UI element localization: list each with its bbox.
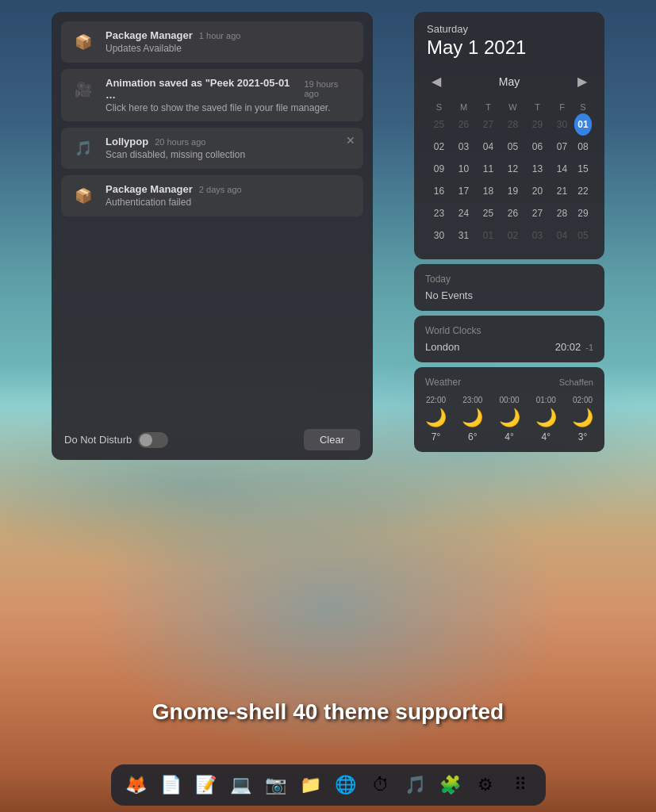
clock-icon[interactable]: ⏱: [365, 769, 397, 801]
filemanager-icon[interactable]: 📁: [295, 769, 327, 801]
browser-icon[interactable]: 🌐: [330, 769, 362, 801]
cal-day-header: S: [427, 101, 451, 113]
notif-message: Authentication failed: [105, 197, 354, 208]
calendar-day-cell[interactable]: 02: [427, 136, 451, 158]
calendar-day-cell[interactable]: 27: [476, 113, 501, 136]
notif-content: Package Manager 1 hour ago Updates Avail…: [105, 29, 354, 54]
calendar-day-cell[interactable]: 05: [501, 136, 525, 158]
calendar-day-cell[interactable]: 25: [476, 202, 501, 224]
notif-app-name: Animation saved as "Peek 2021-05-01 …: [105, 77, 297, 101]
notif-content: Lollypop 20 hours ago Scan disabled, mis…: [105, 136, 354, 160]
calendar-day-cell[interactable]: 16: [427, 180, 451, 202]
calendar-day-cell[interactable]: 03: [525, 224, 550, 247]
calendar-grid: ◀ May ▶ SMTWTFS 252627282930010203040506…: [427, 70, 592, 247]
calendar-day-cell[interactable]: 28: [550, 202, 574, 224]
calendar-day-cell[interactable]: 24: [451, 202, 476, 224]
dnd-toggle[interactable]: [138, 432, 168, 448]
cal-prev-button[interactable]: ◀: [427, 72, 446, 90]
notif-app-icon: 📦: [71, 29, 96, 55]
calendar-day-cell[interactable]: 11: [476, 158, 501, 180]
terminal-icon[interactable]: 💻: [225, 769, 257, 801]
calendar-day-cell[interactable]: 29: [574, 202, 592, 224]
weather-hour-time: 02:00: [573, 396, 593, 404]
calendar-day-cell[interactable]: 08: [574, 136, 592, 158]
apps-icon[interactable]: ⠿: [504, 769, 536, 801]
notif-header: Package Manager 2 days ago: [105, 183, 354, 195]
calendar-day-cell[interactable]: 02: [501, 224, 525, 247]
notif-app-icon: 📦: [71, 183, 96, 209]
cal-day-header: W: [501, 101, 525, 113]
calendar-day-cell[interactable]: 22: [574, 180, 592, 202]
calendar-day-cell[interactable]: 30: [427, 224, 451, 247]
weather-hour-temp: 4°: [542, 431, 551, 442]
notification-item[interactable]: 🎵 Lollypop 20 hours ago Scan disabled, m…: [61, 128, 363, 169]
weather-hour-icon: 🌙: [535, 408, 557, 428]
weather-hour-icon: 🌙: [572, 408, 593, 428]
cal-next-button[interactable]: ▶: [573, 72, 592, 90]
notif-app-icon: 🎵: [71, 136, 96, 161]
calendar-day-cell[interactable]: 21: [550, 180, 574, 202]
calendar-day-cell[interactable]: 05: [574, 224, 592, 247]
calendar-day-cell[interactable]: 26: [501, 202, 525, 224]
clock-time: 20:02 -1: [555, 341, 593, 353]
notif-time: 19 hours ago: [304, 79, 354, 98]
date-day: Saturday: [427, 23, 592, 35]
calendar-day-cell[interactable]: 18: [476, 180, 501, 202]
notif-close-button[interactable]: ✕: [346, 134, 355, 147]
calendar-day-cell[interactable]: 20: [525, 180, 550, 202]
calendar-day-cell[interactable]: 17: [451, 180, 476, 202]
notif-app-name: Lollypop: [105, 136, 148, 147]
settings-icon[interactable]: ⚙: [470, 769, 501, 801]
notif-message: Scan disabled, missing collection: [105, 149, 354, 160]
cal-day-header: S: [574, 101, 592, 113]
calendar-day-cell[interactable]: 04: [550, 224, 574, 247]
notif-message: Updates Available: [105, 43, 354, 54]
calendar-day-cell[interactable]: 23: [427, 202, 451, 224]
calendar-week-row: 23242526272829: [427, 202, 592, 224]
notif-message: Click here to show the saved file in you…: [105, 102, 354, 113]
notification-item[interactable]: 📦 Package Manager 2 days ago Authenticat…: [61, 175, 363, 216]
calendar-day-cell[interactable]: 07: [550, 136, 574, 158]
calendar-day-cell[interactable]: 03: [451, 136, 476, 158]
camera-icon[interactable]: 📷: [260, 769, 292, 801]
notif-header: Animation saved as "Peek 2021-05-01 … 19…: [105, 77, 354, 101]
notification-item[interactable]: 🎥 Animation saved as "Peek 2021-05-01 … …: [61, 69, 363, 121]
calendar-nav-row: ◀ May ▶: [427, 70, 592, 101]
calendar-day-cell[interactable]: 19: [501, 180, 525, 202]
weather-hour-time: 22:00: [426, 396, 446, 404]
cal-day-header: T: [476, 101, 501, 113]
extensions-icon[interactable]: 🧩: [435, 769, 466, 801]
calendar-day-cell[interactable]: 09: [427, 158, 451, 180]
calendar-day-cell[interactable]: 04: [476, 136, 501, 158]
cal-month-label: May: [499, 75, 520, 88]
notes-icon[interactable]: 📝: [190, 769, 222, 801]
calendar-day-cell[interactable]: 06: [525, 136, 550, 158]
calendar-day-cell[interactable]: 30: [550, 113, 574, 136]
cal-day-header: F: [550, 101, 574, 113]
world-clocks-widget: World Clocks London 20:02 -1: [414, 316, 604, 362]
world-clocks-title: World Clocks: [425, 325, 593, 336]
today-events-widget: Today No Events: [414, 264, 604, 311]
calendar-day-cell[interactable]: 13: [525, 158, 550, 180]
calendar-day-cell[interactable]: 01: [574, 113, 592, 136]
notification-item[interactable]: 📦 Package Manager 1 hour ago Updates Ava…: [61, 21, 363, 63]
calendar-day-cell[interactable]: 29: [525, 113, 550, 136]
calendar-day-cell[interactable]: 31: [451, 224, 476, 247]
calendar-day-cell[interactable]: 27: [525, 202, 550, 224]
calendar-day-cell[interactable]: 15: [574, 158, 592, 180]
lollypop-icon[interactable]: 🎵: [400, 769, 432, 801]
calendar-day-cell[interactable]: 12: [501, 158, 525, 180]
calendar-day-cell[interactable]: 25: [427, 113, 451, 136]
calendar-day-cell[interactable]: 28: [501, 113, 525, 136]
clear-button[interactable]: Clear: [304, 429, 360, 450]
weather-hour-temp: 4°: [504, 431, 513, 442]
firefox-icon[interactable]: 🦊: [121, 769, 152, 801]
weather-hour-time: 00:00: [499, 396, 519, 404]
weather-hour-temp: 7°: [432, 431, 440, 442]
calendar-week-row: 09101112131415: [427, 158, 592, 180]
calendar-day-cell[interactable]: 26: [451, 113, 476, 136]
calendar-day-cell[interactable]: 14: [550, 158, 574, 180]
files-icon[interactable]: 📄: [155, 769, 187, 801]
calendar-day-cell[interactable]: 10: [451, 158, 476, 180]
calendar-day-cell[interactable]: 01: [476, 224, 501, 247]
